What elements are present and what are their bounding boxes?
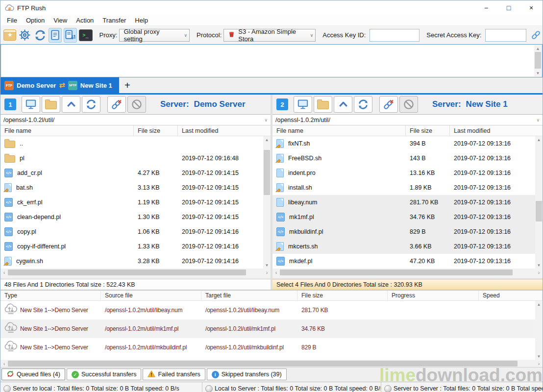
menu-item-option[interactable]: Option: [22, 15, 49, 25]
minimize-button[interactable]: −: [475, 0, 497, 15]
reconnect-refresh-icon[interactable]: [33, 28, 47, 43]
scroll-left-icon[interactable]: ‹: [272, 270, 280, 275]
file-row[interactable]: </>mk1mf.pl34.76 KB2019-07-12 09:13:16: [272, 210, 535, 224]
file-list-vertical-scrollbar[interactable]: ▲▼: [535, 136, 543, 269]
tab-successful-transfers[interactable]: ✓Successful transfers: [67, 368, 142, 380]
queue-row[interactable]: New Site 1-->Demo Server/openssl-1.0.2m/…: [0, 319, 535, 338]
menu-item-action[interactable]: Action: [72, 15, 98, 25]
refresh-directory-button[interactable]: [82, 96, 100, 113]
local-browser-button[interactable]: [22, 96, 40, 113]
scroll-up-icon[interactable]: ▲: [534, 45, 542, 52]
file-row[interactable]: FreeBSD.sh143 B2019-07-12 09:13:16: [272, 151, 535, 166]
column-header-file-size[interactable]: File size: [134, 125, 178, 136]
menu-item-help[interactable]: Help: [130, 15, 152, 25]
file-row[interactable]: </>mkdef.pl47.20 KB2019-07-12 09:13:16: [272, 254, 535, 269]
file-row[interactable]: fixNT.sh394 B2019-07-12 09:13:16: [272, 136, 535, 151]
file-row[interactable]: mkcerts.sh3.66 KB2019-07-12 09:13:16: [272, 239, 535, 254]
terminal-icon[interactable]: >_: [79, 28, 93, 43]
parent-directory-button[interactable]: [62, 96, 80, 113]
favorites-icon[interactable]: [3, 28, 17, 43]
file-row[interactable]: indent.pro13.16 KB2019-07-12 09:13:16: [272, 166, 535, 180]
tab-skipped-transfers-39-[interactable]: iSkipped transfers (39): [207, 368, 287, 380]
column-header-file-name[interactable]: File name: [0, 125, 134, 136]
menu-item-file[interactable]: File: [2, 15, 22, 25]
scroll-right-icon[interactable]: ›: [535, 270, 543, 275]
queue-column-speed[interactable]: Speed: [479, 291, 543, 300]
column-header-file-name[interactable]: File name: [272, 125, 406, 136]
scroll-down-icon[interactable]: ▼: [263, 262, 271, 269]
scroll-up-icon[interactable]: ▲: [263, 136, 271, 143]
column-header-file-size[interactable]: File size: [406, 125, 450, 136]
secret-key-input[interactable]: [485, 29, 526, 42]
tab-failed-transfers[interactable]: Failed transfers: [143, 368, 205, 380]
scroll-right-icon[interactable]: ›: [535, 361, 543, 367]
file-row[interactable]: </>copy-if-different.pl1.33 KB2019-07-12…: [0, 239, 263, 254]
file-list-horizontal-scrollbar[interactable]: ‹›: [0, 269, 271, 276]
panel-status-bar: 48 Files And 1 Directories Total size : …: [0, 279, 271, 290]
window-title: FTP Rush: [17, 4, 46, 12]
file-row[interactable]: ..: [0, 136, 263, 151]
queue-horizontal-scrollbar[interactable]: ‹ ›: [0, 360, 543, 367]
queue-column-source-file[interactable]: Source file: [101, 291, 201, 300]
parent-directory-button[interactable]: [334, 96, 352, 113]
file-row[interactable]: cygwin.sh3.28 KB2019-07-12 09:14:16: [0, 254, 263, 269]
open-folder-button[interactable]: [42, 96, 60, 113]
column-header-last-modified[interactable]: Last modified: [450, 125, 543, 136]
file-row[interactable]: install.sh1.89 KB2019-07-12 09:13:16: [272, 180, 535, 195]
file-row[interactable]: pl2019-07-12 09:16:48: [0, 151, 263, 166]
open-folder-button[interactable]: [314, 96, 332, 113]
access-key-input[interactable]: [370, 29, 420, 42]
queue-column-file-size[interactable]: File size: [297, 291, 388, 300]
menu-item-transfer[interactable]: Transfer: [98, 15, 130, 25]
connect-link-icon[interactable]: [529, 28, 543, 43]
path-dropdown[interactable]: /openssl-1.0.2m/util/∨: [272, 114, 543, 125]
scroll-up-icon[interactable]: ▲: [535, 301, 543, 308]
queue-column-progress[interactable]: Progress: [388, 291, 479, 300]
file-row[interactable]: </>add_cr.pl4.27 KB2019-07-12 09:14:15: [0, 166, 263, 180]
settings-gear-icon[interactable]: [19, 28, 32, 43]
queue-row[interactable]: New Site 1-->Demo Server/openssl-1.0.2m/…: [0, 301, 535, 319]
column-header-last-modified[interactable]: Last modified: [178, 125, 271, 136]
scroll-down-icon[interactable]: ▼: [535, 262, 543, 269]
file-name-cell: cygwin.sh: [0, 257, 134, 266]
scroll-left-icon[interactable]: ‹: [0, 361, 8, 367]
file-list-vertical-scrollbar[interactable]: ▲▼: [263, 136, 271, 269]
scroll-down-icon[interactable]: ▼: [534, 70, 542, 76]
abort-button[interactable]: [399, 96, 418, 113]
queue-vertical-scrollbar[interactable]: ▲ ▼: [535, 301, 543, 360]
transfer-queue-icon[interactable]: [64, 28, 77, 43]
file-list-horizontal-scrollbar[interactable]: ‹›: [272, 269, 543, 276]
path-dropdown[interactable]: /openssl-1.0.2l/util/∨: [0, 114, 271, 125]
menu-item-view[interactable]: View: [49, 15, 72, 25]
refresh-directory-button[interactable]: [354, 96, 372, 113]
disconnect-button[interactable]: [107, 96, 126, 113]
queue-row[interactable]: New Site 1-->Demo Server/openssl-1.0.2m/…: [0, 338, 535, 357]
maximize-button[interactable]: □: [497, 0, 520, 15]
queue-type-cell: New Site 1-->Demo Server: [0, 303, 101, 318]
log-scrollbar[interactable]: ▲ ▼: [534, 45, 542, 76]
scroll-up-icon[interactable]: ▲: [535, 136, 543, 143]
scroll-left-icon[interactable]: ‹: [0, 270, 8, 275]
session-tab-demo-newsite[interactable]: FTP Demo Server ⇄ SFTP New Site 1: [0, 77, 119, 93]
file-row[interactable]: libeay.num281.70 KB2019-07-12 09:13:16: [272, 195, 535, 210]
file-row[interactable]: </>clean-depend.pl1.30 KB2019-07-12 09:1…: [0, 210, 263, 224]
disconnect-button[interactable]: [379, 96, 398, 113]
protocol-dropdown[interactable]: S3 - Amazon Simple Stora ∨: [223, 29, 316, 42]
file-row[interactable]: </>copy.pl1.06 KB2019-07-12 09:14:16: [0, 224, 263, 239]
local-browser-button[interactable]: [294, 96, 312, 113]
scroll-right-icon[interactable]: ›: [263, 270, 271, 275]
file-row[interactable]: </>mkbuildinf.pl829 B2019-07-12 09:13:16: [272, 224, 535, 239]
close-button[interactable]: ×: [520, 0, 543, 15]
queue-column-type[interactable]: Type: [0, 291, 101, 300]
file-row[interactable]: bat.sh3.13 KB2019-07-12 09:14:15: [0, 180, 263, 195]
queue-column-target-file[interactable]: Target file: [201, 291, 297, 300]
file-row[interactable]: </>ck_errf.pl1.19 KB2019-07-12 09:14:15: [0, 195, 263, 210]
log-area[interactable]: ▲ ▼: [0, 44, 543, 77]
abort-button[interactable]: [127, 96, 146, 113]
file-size-cell: 3.28 KB: [134, 258, 178, 265]
scroll-down-icon[interactable]: ▼: [535, 353, 543, 360]
new-session-tab-button[interactable]: +: [119, 77, 136, 93]
tab-queued-files-4-[interactable]: Queued files (4): [1, 368, 65, 380]
log-window-icon[interactable]: [49, 28, 62, 43]
proxy-dropdown[interactable]: Global proxy setting ∨: [119, 29, 190, 42]
